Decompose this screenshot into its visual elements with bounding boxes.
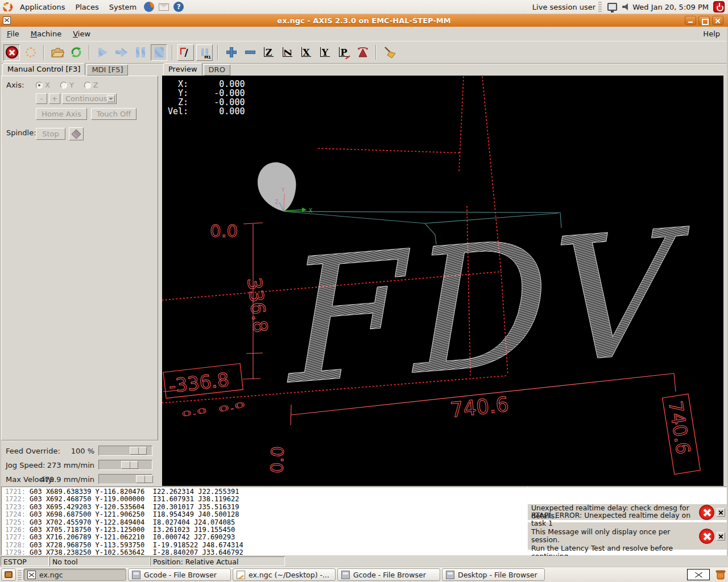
show-desktop-button[interactable] <box>1 568 16 581</box>
slider-handle[interactable] <box>121 461 138 469</box>
tab-manual-control[interactable]: Manual Control [F3] <box>2 63 85 76</box>
ubuntu-logo-icon[interactable] <box>2 1 13 13</box>
menu-view[interactable]: View <box>67 27 96 40</box>
dim-width-box: 740.6 <box>663 394 701 475</box>
toolpath-letters: FDV <box>266 192 703 423</box>
view-y-button[interactable]: Y <box>317 44 333 61</box>
brake-icon <box>72 129 81 139</box>
optional-pause-button[interactable]: M1 <box>196 44 213 61</box>
taskbar-item-gcode-browser-2[interactable]: Gcode - File Browser <box>337 568 440 581</box>
preview-canvas[interactable]: X: 0.000 Y: -0.000 Z: -0.000 Vel: 0.000 … <box>162 76 723 486</box>
tab-mdi[interactable]: MDI [F5] <box>86 64 128 76</box>
home-axis-button[interactable]: Home Axis <box>36 108 87 120</box>
file-browser-icon <box>446 571 454 579</box>
view-x-button[interactable]: X <box>298 44 315 61</box>
dismiss-error-button[interactable] <box>717 532 725 541</box>
zoom-out-icon <box>245 47 255 57</box>
feed-override-slider[interactable] <box>98 446 152 456</box>
menu-applications[interactable]: Applications <box>15 0 70 14</box>
slider-handle[interactable] <box>130 447 147 455</box>
gcode-line-number: 1723: <box>2 504 26 511</box>
maximize-button[interactable] <box>698 16 710 25</box>
view-z-button[interactable]: Z <box>260 44 277 61</box>
radio-axis-x[interactable]: X <box>36 81 50 89</box>
run-button[interactable] <box>94 44 111 61</box>
taskbar-item-axis[interactable]: ex.ngc <box>23 568 126 581</box>
firefox-icon[interactable] <box>143 1 155 13</box>
gcode-line: 1729:G03 X738.238250 Y-102.563642 I-28.8… <box>2 549 527 555</box>
minimize-button[interactable] <box>685 16 696 25</box>
spindle-stop-button[interactable]: Stop <box>36 128 65 140</box>
taskbar-item-gcode-browser-1[interactable]: Gcode - File Browser <box>128 568 231 581</box>
step-button[interactable] <box>113 44 130 61</box>
display-icon[interactable] <box>607 3 617 11</box>
max-velocity-slider[interactable] <box>98 474 152 484</box>
menu-machine[interactable]: Machine <box>25 27 67 40</box>
axis-app-icon <box>3 16 11 24</box>
feed-override-label: Feed Override: <box>6 447 60 455</box>
estop-icon <box>6 46 18 59</box>
volume-icon[interactable] <box>622 3 630 11</box>
panel-handle[interactable] <box>598 2 602 12</box>
mail-icon[interactable] <box>158 1 169 13</box>
tab-preview[interactable]: Preview <box>163 63 202 76</box>
toolbar-separator <box>89 45 90 60</box>
gcode-line: 1725:G03 X702.455970 Y-122.849404 I8.027… <box>2 519 527 526</box>
gcode-line-number: 1729: <box>2 549 26 555</box>
touch-off-button[interactable]: Touch Off <box>91 108 136 120</box>
session-user-label: Live session user <box>532 3 595 11</box>
jog-mode-select[interactable]: Continuous <box>62 93 117 104</box>
estop-button[interactable] <box>3 44 20 61</box>
taskbar-item-editor[interactable]: ex.ngc (~/Desktop) -... <box>233 568 336 581</box>
stop-icon <box>155 47 164 57</box>
radio-axis-y[interactable]: Y <box>60 81 74 89</box>
slider-handle[interactable] <box>136 475 153 483</box>
skip-lines-button[interactable]: / <box>177 44 194 61</box>
reload-button[interactable] <box>68 44 84 61</box>
shutdown-icon[interactable] <box>713 1 725 13</box>
pause-button[interactable] <box>132 44 148 61</box>
view-perspective-button[interactable]: P <box>336 44 352 61</box>
window-list-handle[interactable] <box>18 569 22 580</box>
dismiss-error-button[interactable] <box>717 508 725 517</box>
help-icon[interactable]: ? <box>173 1 184 13</box>
jog-minus-button[interactable]: - <box>36 93 47 104</box>
spindle-label: Spindle: <box>6 128 36 137</box>
gcode-line-number: 1728: <box>2 542 26 549</box>
zoom-out-button[interactable] <box>242 44 258 61</box>
jog-speed-slider[interactable] <box>98 460 152 470</box>
gcode-line: 1721:G03 X689.638339 Y-116.820476 I22.26… <box>2 488 527 496</box>
clock-label[interactable]: Wed Jan 20, 5:09 PM <box>632 3 709 11</box>
menu-places[interactable]: Places <box>70 0 104 14</box>
workspace-switcher[interactable] <box>687 569 710 580</box>
menu-help[interactable]: Help <box>697 27 727 40</box>
open-file-button[interactable] <box>49 44 65 61</box>
file-browser-icon <box>132 571 140 579</box>
trash-icon[interactable] <box>715 569 726 580</box>
rotate-view-button[interactable] <box>354 44 371 61</box>
machine-power-button[interactable] <box>22 44 39 61</box>
feed-override-value: 100 % <box>71 447 94 455</box>
zoom-in-button[interactable] <box>223 44 239 61</box>
menu-file[interactable]: File <box>1 27 25 40</box>
dim-origin-a: 0.0 <box>181 406 207 418</box>
zoom-in-icon <box>226 47 237 57</box>
toolbar-separator <box>43 45 44 60</box>
radio-axis-z[interactable]: Z <box>84 81 98 89</box>
gcode-listing[interactable]: 1721:G03 X689.638339 Y-116.820476 I22.26… <box>1 487 528 555</box>
svg-text:X: X <box>309 207 312 214</box>
tab-dro[interactable]: DRO <box>204 64 230 76</box>
stop-button[interactable] <box>151 44 167 61</box>
brake-button[interactable] <box>69 127 84 140</box>
view-z-rotated-button[interactable]: Z <box>279 44 296 61</box>
gcode-line-text: G03 X738.238250 Y-102.563642 I-28.840207… <box>30 548 243 555</box>
manual-control-panel: Axis: X Y Z - + Continuous Home Axis Tou… <box>1 76 158 440</box>
clear-plot-button[interactable] <box>381 44 398 61</box>
window-titlebar[interactable]: ex.ngc - AXIS 2.3.0 on EMC-HAL-STEP-MM <box>0 14 728 27</box>
menu-system[interactable]: System <box>104 0 142 14</box>
gcode-line-text: G03 X716.206789 Y-121.062210 I0.000742 J… <box>30 533 235 541</box>
jog-plus-button[interactable]: + <box>49 93 60 104</box>
taskbar-item-desktop-browser[interactable]: Desktop - File Browser <box>442 568 545 581</box>
close-button[interactable] <box>712 16 723 25</box>
power-icon <box>26 47 36 57</box>
